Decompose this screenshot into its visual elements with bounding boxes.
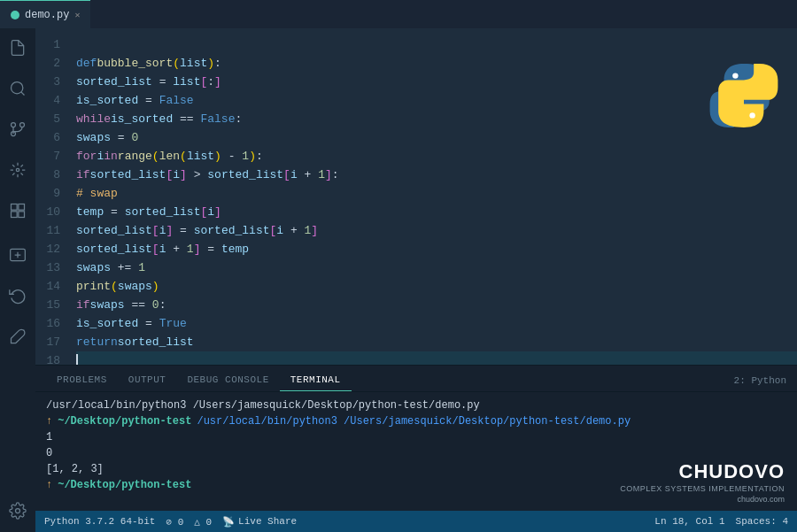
- tab-demo-py[interactable]: demo.py ✕: [0, 0, 90, 28]
- svg-rect-8: [12, 212, 18, 218]
- broadcast-icon: 📡: [222, 516, 235, 528]
- terminal-output-1: 1: [46, 429, 786, 445]
- code-line-8: if sorted_list[i] > sorted_list[i + 1]:: [76, 166, 797, 184]
- code-line-6: swaps = 0: [76, 128, 797, 147]
- warning-icon: △: [194, 517, 200, 528]
- error-icon: ⊘: [166, 517, 172, 528]
- source-control-icon[interactable]: [5, 117, 30, 142]
- error-count: ⊘ 0: [166, 516, 183, 528]
- chudovo-name: CHUDOVO: [620, 460, 785, 483]
- debug-icon[interactable]: [5, 158, 30, 182]
- status-left: Python 3.7.2 64-bit ⊘ 0 △ 0 📡 Live Share: [44, 516, 297, 528]
- tab-debug-console[interactable]: DEBUG CONSOLE: [176, 374, 279, 391]
- svg-rect-6: [12, 204, 18, 211]
- status-bar: Python 3.7.2 64-bit ⊘ 0 △ 0 📡 Live Share…: [35, 511, 797, 532]
- remote-icon[interactable]: [5, 243, 30, 267]
- chudovo-branding: CHUDOVO COMPLEX SYSTEMS IMPLEMENTATION c…: [620, 460, 785, 504]
- status-right: Ln 18, Col 1 Spaces: 4: [654, 516, 788, 527]
- spaces[interactable]: Spaces: 4: [736, 516, 788, 527]
- terminal-output-2: 0: [46, 445, 786, 461]
- tab-output[interactable]: OUTPUT: [118, 374, 177, 391]
- svg-line-1: [21, 92, 25, 96]
- svg-point-5: [16, 168, 19, 171]
- main-area: 12345 678910 1112131415 1617181920 21 de…: [0, 28, 797, 532]
- live-share[interactable]: 📡 Live Share: [222, 516, 297, 528]
- svg-point-0: [12, 82, 23, 94]
- extensions-icon[interactable]: [5, 198, 30, 223]
- editor-container: 12345 678910 1112131415 1617181920 21 de…: [35, 28, 797, 532]
- warning-count: △ 0: [194, 516, 212, 528]
- code-line-9: # swap: [76, 184, 797, 203]
- code-line-3: sorted_list = list[:]: [76, 73, 797, 91]
- python-logo: [708, 60, 779, 131]
- code-line-15: if swaps == 0:: [76, 296, 797, 314]
- code-line-7: for i in range(len(list) - 1):: [76, 147, 797, 166]
- code-line-18: [76, 351, 797, 365]
- settings-icon[interactable]: [5, 498, 30, 523]
- code-line-17: return sorted_list: [76, 333, 797, 351]
- svg-rect-7: [19, 204, 25, 211]
- history-icon[interactable]: [5, 283, 30, 308]
- code-line-2: def bubble_sort(list):: [76, 54, 797, 73]
- tab-dot: [11, 11, 19, 19]
- code-lines: def bubble_sort(list): sorted_list = lis…: [73, 28, 797, 365]
- line-numbers: 12345 678910 1112131415 1617181920 21: [35, 28, 73, 365]
- code-line-16: is_sorted = True: [76, 314, 797, 333]
- search-icon[interactable]: [5, 76, 30, 101]
- code-line-11: sorted_list[i] = sorted_list[i + 1]: [76, 221, 797, 240]
- chudovo-url: chudovo.com: [620, 495, 785, 504]
- terminal-line-1: /usr/local/bin/python3 /Users/jamesquick…: [46, 397, 786, 413]
- code-line-10: temp = sorted_list[i]: [76, 203, 797, 221]
- code-line-5: while is_sorted == False:: [76, 110, 797, 128]
- code-content: 12345 678910 1112131415 1617181920 21 de…: [35, 28, 797, 365]
- tab-problems[interactable]: PROBLEMS: [46, 374, 118, 391]
- svg-point-11: [16, 509, 20, 513]
- svg-point-12: [732, 73, 738, 78]
- code-line-14: print(swaps): [76, 277, 797, 296]
- code-line-12: sorted_list[i + 1] = temp: [76, 240, 797, 258]
- code-line-1: [76, 35, 797, 54]
- svg-rect-9: [19, 212, 25, 218]
- files-icon[interactable]: [5, 35, 30, 60]
- terminal-line-2: ↑ ~/Desktop/python-test /usr/local/bin/p…: [46, 413, 786, 429]
- code-line-13: swaps += 1: [76, 258, 797, 277]
- python-version[interactable]: Python 3.7.2 64-bit: [44, 516, 155, 527]
- tab-close-icon[interactable]: ✕: [74, 10, 80, 20]
- panel-area: PROBLEMS OUTPUT DEBUG CONSOLE TERMINAL 2…: [35, 365, 797, 511]
- activity-bar: [0, 28, 35, 532]
- code-editor[interactable]: 12345 678910 1112131415 1617181920 21 de…: [35, 28, 797, 365]
- panel-tabs: PROBLEMS OUTPUT DEBUG CONSOLE TERMINAL 2…: [35, 366, 797, 392]
- brush-icon[interactable]: [5, 324, 30, 349]
- svg-point-3: [20, 123, 25, 127]
- code-line-4: is_sorted = False: [76, 91, 797, 110]
- svg-point-13: [749, 112, 754, 118]
- tab-label: demo.py: [25, 9, 69, 21]
- tab-terminal[interactable]: TERMINAL: [280, 374, 352, 391]
- svg-point-2: [12, 123, 16, 127]
- title-bar: demo.py ✕: [0, 0, 797, 28]
- cursor-position[interactable]: Ln 18, Col 1: [654, 516, 724, 527]
- chudovo-tagline: COMPLEX SYSTEMS IMPLEMENTATION: [620, 483, 785, 495]
- panel-right-label: 2: Python: [734, 375, 786, 391]
